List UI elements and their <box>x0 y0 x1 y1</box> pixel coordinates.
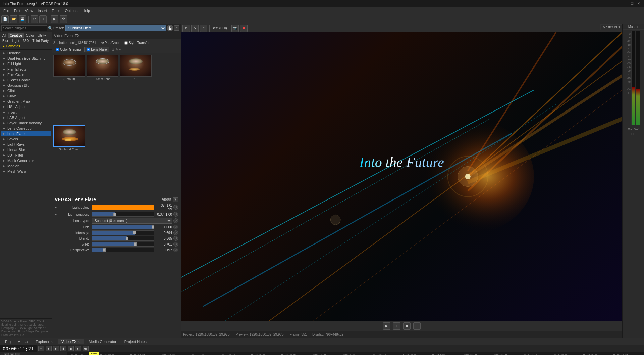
light-color-reset[interactable]: ↺ <box>173 205 178 210</box>
thumb-35mm[interactable]: 35mm Lens <box>87 55 118 124</box>
plugin-lut-filter[interactable]: ▶LUT Filter <box>1 152 51 158</box>
plugin-flicker-control[interactable]: ▶Flicker Control <box>1 77 51 83</box>
plugin-lab-adjust[interactable]: ▶LAB Adjust <box>1 115 51 120</box>
menu-insert[interactable]: Insert <box>36 8 49 13</box>
light-pos-thumb[interactable] <box>113 213 116 216</box>
new-btn[interactable]: 📄 <box>1 15 9 23</box>
style-transfer-checkbox[interactable] <box>124 41 128 45</box>
blend-slider[interactable] <box>92 236 154 241</box>
size-reset[interactable]: ↺ <box>173 242 178 247</box>
intensity-thumb[interactable] <box>133 231 136 234</box>
plugin-dual-fish[interactable]: ▶Dual Fish Eye Stitching <box>1 56 51 61</box>
plugin-film-effects[interactable]: ▶Film Effects <box>1 66 51 72</box>
settings-btn[interactable]: ⚙ <box>60 15 67 23</box>
plugin-gradient-map[interactable]: ▶Gradient Map <box>1 99 51 104</box>
plugin-gaussian-blur[interactable]: ▶Gaussian Blur <box>1 83 51 88</box>
preset-select[interactable]: Sunburst Effect <box>65 25 166 31</box>
tab-utility[interactable]: Utility <box>36 33 47 38</box>
play-btn[interactable]: ▶ <box>383 322 390 330</box>
lens-flare-checkbox[interactable] <box>87 48 90 51</box>
track-v1-mute[interactable]: M <box>4 353 9 355</box>
tl-pause-btn[interactable]: ⏸ <box>60 346 66 351</box>
fx-tab-pancrop[interactable]: ⟲ Pan/Crop <box>99 40 121 46</box>
thumb-10[interactable]: 10 <box>120 55 152 124</box>
tab-color[interactable]: Color <box>24 33 36 38</box>
plugin-mask-generator[interactable]: ▶Mask Generator <box>1 158 51 163</box>
lens-type-reset[interactable]: ↺ <box>173 218 178 223</box>
plugin-fill-light[interactable]: ▶Fill Light <box>1 61 51 66</box>
light-color-swatch[interactable] <box>92 205 154 210</box>
video-fx-close[interactable]: ✕ <box>78 340 80 343</box>
plugin-linear-blur[interactable]: ▶Linear Blur <box>1 147 51 152</box>
save-btn[interactable]: 💾 <box>19 15 26 23</box>
perspective-thumb[interactable] <box>103 248 106 252</box>
preview-record-btn[interactable]: ⏺ <box>240 25 248 32</box>
plugin-lens-correction[interactable]: ▶Lens Correction <box>1 126 51 131</box>
expand-light-pos[interactable]: ▶ <box>55 213 59 216</box>
close-btn[interactable]: ✕ <box>637 2 641 6</box>
tl-stop-btn[interactable]: ⏹ <box>68 346 74 351</box>
intensity-reset[interactable]: ↺ <box>173 230 178 235</box>
tab-light[interactable]: Light <box>10 38 21 43</box>
size-thumb[interactable] <box>134 242 137 246</box>
color-grading-checkbox[interactable] <box>56 48 59 51</box>
maximize-btn[interactable]: ☐ <box>631 2 635 6</box>
tint-reset[interactable]: ↺ <box>173 225 178 229</box>
plugin-film-grain[interactable]: ▶Film Grain <box>1 72 51 77</box>
render-btn[interactable]: ▶ <box>51 15 58 23</box>
tl-prev-btn[interactable]: ⏴ <box>46 346 52 351</box>
plugin-glint[interactable]: ▶Glint <box>1 88 51 93</box>
light-pos-slider[interactable] <box>92 212 154 217</box>
stop-btn[interactable]: ⏹ <box>403 322 411 330</box>
fx-tab-style[interactable]: Style Transfer <box>122 40 152 46</box>
plugin-lens-flare[interactable]: ▶Lens Flare <box>1 131 51 136</box>
preview-view-btn[interactable]: 📷 <box>231 25 239 32</box>
tl-ffwd-btn[interactable]: ⏭ <box>83 346 89 351</box>
fx-tab-color-grading[interactable]: Color Grading <box>53 47 83 52</box>
perspective-slider[interactable] <box>92 248 154 252</box>
preview-settings-btn[interactable]: ⚙ <box>182 25 190 32</box>
plugin-layer-dim[interactable]: ▶Layer Dimensionality <box>1 120 51 126</box>
plugin-mesh-warp[interactable]: ▶Mesh Warp <box>1 169 51 174</box>
fx-tab-lens-flare[interactable]: Lens Flare <box>84 47 109 52</box>
redo-btn[interactable]: ↪ <box>39 15 47 23</box>
plugin-light-rays[interactable]: ▶Light Rays <box>1 142 51 147</box>
help-btn[interactable]: ? <box>173 197 178 202</box>
menu-view[interactable]: View <box>23 8 35 13</box>
loop-btn[interactable]: ☰ <box>413 322 421 330</box>
preset-save-btn[interactable]: 💾 <box>167 25 173 31</box>
pause-btn[interactable]: ⏸ <box>393 322 400 330</box>
search-input[interactable] <box>1 25 47 31</box>
track-v1-solo[interactable]: S <box>10 353 14 355</box>
thumb-sunburst-img[interactable] <box>53 125 85 147</box>
tab-360[interactable]: 360 <box>21 38 30 43</box>
tint-slider[interactable] <box>92 225 154 229</box>
preview-fx-btn[interactable]: fx <box>191 25 199 32</box>
size-slider[interactable] <box>92 242 154 247</box>
thumb-10-img[interactable] <box>120 55 152 77</box>
tab-explorer[interactable]: Explorer ✕ <box>32 339 57 344</box>
track-v1-lock[interactable]: 🔒 <box>15 353 20 355</box>
tint-thumb[interactable] <box>152 225 154 229</box>
menu-help[interactable]: Help <box>80 8 92 13</box>
about-btn[interactable]: About <box>162 197 171 202</box>
preview-snap-btn[interactable]: ≡ <box>200 25 207 32</box>
tab-creative[interactable]: Creative <box>8 33 24 38</box>
plugin-invert[interactable]: ▶Invert <box>1 109 51 115</box>
tl-play-btn[interactable]: ▶ <box>53 346 59 351</box>
tab-third-party[interactable]: Third Party <box>31 38 50 43</box>
minimize-btn[interactable]: — <box>624 2 628 6</box>
tl-rewind-btn[interactable]: ⏮ <box>38 346 44 351</box>
window-controls[interactable]: — ☐ ✕ <box>624 2 641 6</box>
open-btn[interactable]: 📂 <box>10 15 17 23</box>
tab-video-fx[interactable]: Video FX ✕ <box>58 339 84 344</box>
tab-blur[interactable]: Blur <box>1 38 10 43</box>
perspective-reset[interactable]: ↺ <box>173 248 178 252</box>
tab-media-generator[interactable]: Media Generator <box>85 339 120 344</box>
lens-type-select[interactable]: Sunburst (8 elements) <box>92 218 172 224</box>
plugin-denoise[interactable]: ▶Denoise <box>1 50 51 56</box>
light-pos-reset[interactable]: ↺ <box>173 212 178 217</box>
plugin-levels[interactable]: ▶Levels <box>1 136 51 142</box>
intensity-slider[interactable] <box>92 230 154 235</box>
tab-project-media[interactable]: Project Media <box>1 339 31 344</box>
